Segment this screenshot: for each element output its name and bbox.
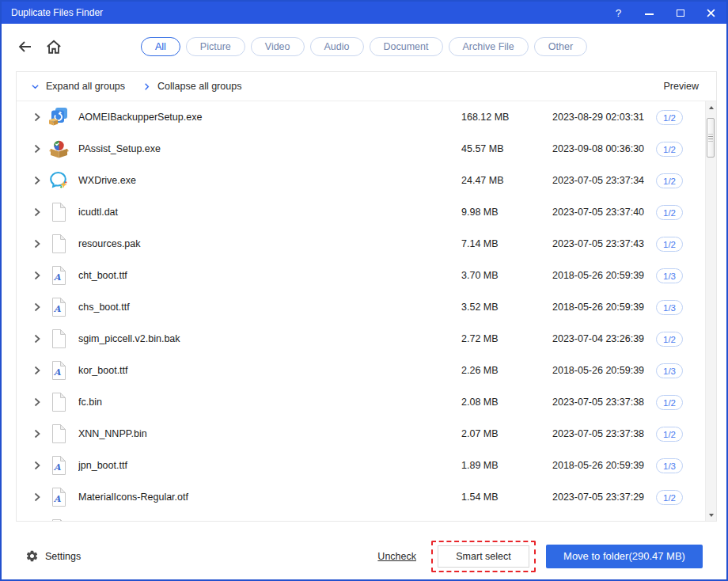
font-file-icon: A — [48, 265, 69, 286]
file-size: 2.26 MB — [461, 365, 552, 376]
filter-tab-picture[interactable]: Picture — [186, 37, 245, 56]
filter-tab-document[interactable]: Document — [370, 37, 443, 56]
maximize-button[interactable] — [665, 2, 696, 24]
filter-tabs: AllPictureVideoAudioDocumentArchive File… — [141, 37, 587, 56]
file-date: 2018-05-26 20:59:39 — [552, 365, 656, 376]
home-icon — [45, 39, 63, 55]
file-name: PAssist_Setup.exe — [78, 143, 461, 154]
file-size: 1.54 MB — [461, 492, 552, 503]
duplicate-count-badge: 1/2 — [656, 395, 683, 410]
chevron-right-icon — [142, 82, 151, 91]
filter-tab-video[interactable]: Video — [251, 37, 305, 56]
expand-row-chevron[interactable] — [32, 239, 47, 249]
close-button[interactable] — [696, 2, 726, 24]
preview-toggle[interactable]: Preview — [659, 80, 703, 93]
help-button[interactable]: ? — [603, 2, 634, 24]
expand-all-label: Expand all groups — [46, 81, 125, 92]
file-date: 2023-07-05 23:37:43 — [552, 238, 656, 249]
file-size: 2.08 MB — [461, 397, 552, 408]
expand-row-chevron[interactable] — [32, 302, 47, 312]
file-name: MaterialIcons-Regular.otf — [78, 492, 461, 503]
smart-select-button[interactable]: Smart select — [438, 545, 529, 568]
expand-row-chevron[interactable] — [32, 461, 47, 470]
back-button[interactable] — [17, 40, 32, 54]
file-date: 2018-05-26 20:59:39 — [552, 460, 656, 471]
file-size: 3.70 MB — [461, 270, 552, 281]
expand-row-chevron[interactable] — [32, 334, 47, 344]
minimize-button[interactable] — [634, 2, 665, 24]
scroll-up-button[interactable] — [706, 101, 716, 113]
expand-row-chevron[interactable] — [32, 492, 47, 502]
file-date: 2023-07-05 23:37:38 — [552, 428, 656, 439]
settings-label: Settings — [45, 551, 81, 562]
scroll-down-icon — [709, 514, 714, 517]
uncheck-link[interactable]: Uncheck — [373, 550, 421, 563]
settings-button[interactable]: Settings — [25, 549, 81, 563]
footer-bar: Settings Uncheck Smart select Move to fo… — [2, 533, 726, 579]
maximize-icon — [677, 9, 684, 17]
collapse-all-groups-button[interactable]: Collapse all groups — [142, 81, 241, 92]
file-date: 2023-07-05 23:37:34 — [552, 175, 656, 186]
filter-tab-all[interactable]: All — [141, 37, 180, 56]
home-button[interactable] — [45, 39, 63, 55]
file-size: 3.52 MB — [461, 302, 552, 313]
file-name: resources.pak — [78, 238, 461, 249]
file-name: cht_boot.ttf — [78, 270, 461, 281]
file-row[interactable]: AOMEIBackupperSetup.exe 168.12 MB 2023-0… — [17, 101, 705, 133]
expand-row-chevron[interactable] — [32, 176, 47, 185]
file-list-viewport: AOMEIBackupperSetup.exe 168.12 MB 2023-0… — [17, 101, 716, 521]
file-row[interactable]: A chs_boot.ttf 3.52 MB 2018-05-26 20:59:… — [17, 291, 705, 323]
file-row[interactable] — [17, 513, 705, 521]
file-row[interactable]: WXDrive.exe 24.47 MB 2023-07-05 23:37:34… — [17, 165, 705, 196]
file-row[interactable]: XNN_NNPP.bin 2.07 MB 2023-07-05 23:37:38… — [17, 418, 705, 450]
svg-text:A: A — [53, 272, 61, 283]
scroll-down-button[interactable] — [706, 509, 716, 521]
file-row[interactable]: resources.pak 7.14 MB 2023-07-05 23:37:4… — [17, 228, 705, 260]
scrollbar-thumb[interactable] — [707, 118, 715, 158]
file-list: AOMEIBackupperSetup.exe 168.12 MB 2023-0… — [17, 101, 705, 521]
expand-row-chevron[interactable] — [32, 366, 47, 375]
duplicate-count-badge: 1/2 — [656, 237, 683, 252]
expand-row-chevron[interactable] — [32, 207, 47, 217]
font-file-icon: A — [48, 360, 69, 381]
red-dashed-annotation: Smart select — [431, 541, 536, 572]
duplicate-count-badge: 1/3 — [656, 458, 683, 473]
expand-all-groups-button[interactable]: Expand all groups — [31, 81, 125, 92]
window-title: Duplicate Files Finder — [11, 7, 103, 18]
file-row[interactable]: A cht_boot.ttf 3.70 MB 2018-05-26 20:59:… — [17, 260, 705, 291]
file-date: 2023-09-08 00:36:30 — [552, 143, 656, 154]
expand-row-chevron[interactable] — [32, 144, 47, 154]
file-row[interactable]: icudtl.dat 9.98 MB 2023-07-05 23:37:40 1… — [17, 196, 705, 228]
duplicate-count-badge: 1/2 — [656, 332, 683, 347]
passist-app-icon — [48, 139, 69, 159]
chevron-down-icon — [31, 82, 40, 91]
filter-tab-audio[interactable]: Audio — [310, 37, 364, 56]
file-row[interactable]: A jpn_boot.ttf 1.89 MB 2018-05-26 20:59:… — [17, 450, 705, 481]
file-row[interactable]: sgim_piccell.v2.bin.bak 2.72 MB 2023-07-… — [17, 323, 705, 355]
titlebar: Duplicate Files Finder ? — [2, 2, 726, 24]
file-date: 2023-08-29 02:03:31 — [552, 112, 656, 123]
filter-tab-other[interactable]: Other — [534, 37, 587, 56]
expand-row-chevron[interactable] — [32, 397, 47, 407]
file-date: 2023-07-05 23:37:40 — [552, 207, 656, 218]
document-icon — [48, 518, 69, 521]
file-date: 2018-05-26 20:59:39 — [552, 302, 656, 313]
file-row[interactable]: fc.bin 2.08 MB 2023-07-05 23:37:38 1/2 — [17, 386, 705, 418]
duplicate-count-badge: 1/2 — [656, 173, 683, 188]
move-to-folder-button[interactable]: Move to folder(290.47 MB) — [546, 545, 703, 568]
document-icon — [48, 392, 69, 412]
expand-row-chevron[interactable] — [32, 271, 47, 280]
document-icon — [48, 234, 69, 254]
expand-row-chevron[interactable] — [32, 429, 47, 439]
filter-tab-archive-file[interactable]: Archive File — [448, 37, 528, 56]
svg-text:A: A — [53, 462, 61, 473]
file-row[interactable]: A MaterialIcons-Regular.otf 1.54 MB 2023… — [17, 481, 705, 513]
expand-row-chevron[interactable] — [32, 112, 47, 122]
file-name: XNN_NNPP.bin — [78, 428, 461, 439]
back-arrow-icon — [17, 40, 32, 54]
results-panel: Expand all groups Collapse all groups Pr… — [16, 71, 717, 522]
file-row[interactable]: PAssist_Setup.exe 45.57 MB 2023-09-08 00… — [17, 133, 705, 165]
file-row[interactable]: A kor_boot.ttf 2.26 MB 2018-05-26 20:59:… — [17, 355, 705, 386]
scrollbar[interactable] — [705, 101, 716, 521]
file-size: 1.89 MB — [461, 460, 552, 471]
